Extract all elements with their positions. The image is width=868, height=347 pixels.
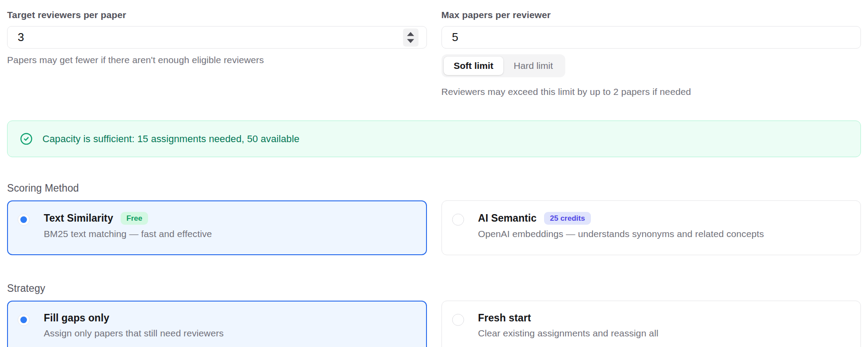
- free-badge: Free: [121, 212, 148, 225]
- option-description: Assign only papers that still need revie…: [44, 328, 224, 339]
- option-card-body: Fresh start Clear existing assignments a…: [478, 312, 659, 339]
- hard-limit-option[interactable]: Hard limit: [503, 57, 563, 75]
- option-card-fill-gaps[interactable]: Fill gaps only Assign only papers that s…: [7, 301, 427, 347]
- max-papers-help: Reviewers may exceed this limit by up to…: [442, 87, 861, 97]
- radio-unselected-icon[interactable]: [452, 214, 464, 226]
- option-description: BM25 text matching — fast and effective: [44, 229, 212, 239]
- option-card-fresh-start[interactable]: Fresh start Clear existing assignments a…: [442, 301, 861, 347]
- credits-badge: 25 credits: [544, 212, 590, 225]
- option-title: Text Similarity: [44, 212, 113, 224]
- radio-selected-icon[interactable]: [18, 214, 30, 226]
- scoring-method-options: Text Similarity Free BM25 text matching …: [7, 200, 861, 255]
- max-papers-label: Max papers per reviewer: [442, 10, 861, 20]
- scoring-method-heading: Scoring Method: [7, 182, 861, 194]
- capacity-status-banner: Capacity is sufficient: 15 assignments n…: [7, 121, 861, 157]
- option-title: AI Semantic: [478, 212, 537, 224]
- settings-row: Target reviewers per paper Papers may ge…: [7, 10, 861, 97]
- option-card-text-similarity[interactable]: Text Similarity Free BM25 text matching …: [7, 200, 427, 255]
- stepper-down-icon[interactable]: [407, 39, 414, 43]
- target-reviewers-help: Papers may get fewer if there aren't eno…: [7, 55, 427, 65]
- option-title: Fresh start: [478, 312, 531, 324]
- option-card-body: Text Similarity Free BM25 text matching …: [44, 212, 212, 239]
- target-reviewers-field: Target reviewers per paper Papers may ge…: [7, 10, 427, 97]
- scoring-method-section: Scoring Method Text Similarity Free BM25…: [7, 182, 861, 255]
- target-reviewers-label: Target reviewers per paper: [7, 10, 427, 20]
- capacity-status-text: Capacity is sufficient: 15 assignments n…: [42, 133, 300, 145]
- option-card-body: AI Semantic 25 credits OpenAI embeddings…: [478, 212, 764, 239]
- option-description: Clear existing assignments and reassign …: [478, 328, 659, 339]
- max-papers-input[interactable]: [442, 26, 861, 49]
- max-papers-input-wrap: [442, 26, 861, 49]
- radio-unselected-icon[interactable]: [452, 314, 464, 326]
- option-description: OpenAI embeddings — understands synonyms…: [478, 229, 764, 239]
- option-card-body: Fill gaps only Assign only papers that s…: [44, 312, 224, 339]
- target-reviewers-input[interactable]: [7, 26, 427, 49]
- limit-type-toggle: Soft limit Hard limit: [442, 54, 566, 77]
- soft-limit-option[interactable]: Soft limit: [444, 57, 504, 75]
- strategy-options: Fill gaps only Assign only papers that s…: [7, 301, 861, 347]
- strategy-section: Strategy Fill gaps only Assign only pape…: [7, 283, 861, 347]
- option-card-ai-semantic[interactable]: AI Semantic 25 credits OpenAI embeddings…: [442, 200, 861, 255]
- strategy-heading: Strategy: [7, 283, 861, 294]
- number-stepper[interactable]: [403, 28, 419, 46]
- check-circle-icon: [20, 132, 33, 145]
- max-papers-field: Max papers per reviewer Soft limit Hard …: [442, 10, 861, 97]
- radio-selected-icon[interactable]: [18, 314, 30, 326]
- target-reviewers-input-wrap: [7, 26, 427, 49]
- stepper-up-icon[interactable]: [407, 32, 414, 36]
- option-title: Fill gaps only: [44, 312, 109, 324]
